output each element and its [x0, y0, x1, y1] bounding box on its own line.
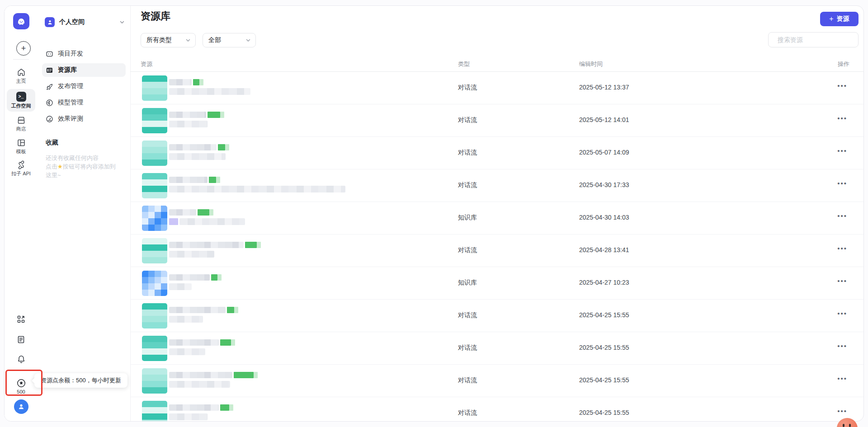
filter-value: 全部 [208, 36, 221, 44]
column-header-actions: 操作 [838, 60, 849, 68]
chatflow-icon [142, 108, 167, 133]
table-row[interactable]: 对话流2025-04-25 15:55••• [130, 300, 863, 332]
rail-item-label: 模板 [16, 149, 26, 154]
row-actions-button[interactable]: ••• [837, 179, 847, 187]
rail-item-home[interactable]: 主页 [5, 68, 38, 84]
rail-item-coze-api[interactable]: 扣子 API [5, 160, 38, 176]
edit-time: 2025-04-27 10:23 [579, 279, 629, 286]
resource-type: 对话流 [458, 181, 477, 189]
table-row[interactable]: 对话流2025-04-28 13:41••• [130, 235, 863, 267]
resource-name-redacted [169, 112, 224, 118]
sidebar-item-project-dev[interactable]: 项目开发 [42, 47, 126, 61]
scope-filter-dropdown[interactable]: 全部 [203, 33, 256, 47]
knowledge-icon [142, 271, 167, 296]
row-actions-button[interactable]: ••• [837, 407, 847, 415]
sidebar-item-label: 模型管理 [58, 99, 83, 107]
table-row[interactable]: 知识库2025-04-30 14:03••• [130, 202, 863, 235]
table-row[interactable]: 对话流2025-05-12 13:37••• [130, 72, 863, 104]
rail-item-template[interactable]: 模板 [5, 138, 38, 154]
rail-item-label: 扣子 API [11, 171, 31, 176]
person-icon [18, 403, 25, 410]
coze-logo-icon[interactable] [13, 13, 29, 29]
rail-item-workspace[interactable]: >_ 工作空间 [7, 89, 35, 112]
table-row[interactable]: 知识库2025-04-27 10:23••• [130, 267, 863, 300]
resource-type: 对话流 [458, 409, 477, 417]
status-badge [211, 274, 217, 281]
star-icon: ★ [57, 163, 63, 170]
workspace-switcher[interactable]: 个人空间 [45, 15, 125, 29]
edit-time: 2025-05-12 14:01 [579, 116, 629, 123]
chatflow-icon [142, 401, 167, 421]
robot-icon [46, 50, 53, 58]
resource-name-redacted [169, 209, 213, 216]
row-actions-button[interactable]: ••• [837, 212, 847, 220]
resource-name-redacted [169, 372, 258, 378]
user-avatar[interactable] [14, 399, 28, 414]
sidebar-item-resource-library[interactable]: 资源库 [42, 63, 126, 77]
resource-name-redacted [169, 274, 222, 281]
resource-type: 对话流 [458, 246, 477, 254]
status-badge [220, 404, 229, 411]
sidebar-item-publish-mgmt[interactable]: 发布管理 [42, 80, 126, 93]
resource-subtitle-redacted [169, 88, 250, 95]
resource-subtitle-redacted [169, 153, 226, 160]
resource-name-redacted [169, 242, 261, 248]
workspace-sidebar: 个人空间 项目开发 资源库 发布管理 模型管理 效果评测 收藏 还没有收藏任何内… [38, 6, 131, 421]
add-resource-button[interactable]: + 资源 [820, 12, 859, 26]
search-input[interactable] [777, 36, 860, 44]
home-icon [17, 68, 26, 77]
chevron-down-icon [185, 38, 191, 43]
chatflow-icon [142, 238, 167, 263]
type-filter-dropdown[interactable]: 所有类型 [141, 33, 196, 47]
resource-name-redacted [169, 339, 235, 346]
table-row[interactable]: 对话流2025-05-12 14:01••• [130, 104, 863, 137]
row-actions-button[interactable]: ••• [837, 375, 847, 382]
quick-access-button[interactable] [5, 315, 38, 324]
table-row[interactable]: 对话流2025-04-25 15:55••• [130, 397, 863, 421]
workspace-icon: >_ [16, 92, 26, 102]
row-actions-button[interactable]: ••• [837, 114, 847, 122]
left-rail: + 主页 >_ 工作空间 商店 模板 扣子 API [5, 6, 38, 421]
row-actions-button[interactable]: ••• [837, 277, 847, 285]
sidebar-item-model-mgmt[interactable]: 模型管理 [42, 96, 126, 109]
edit-time: 2025-04-25 15:55 [579, 344, 629, 351]
status-badge [198, 209, 209, 216]
grid-arrow-icon [17, 315, 25, 324]
rocket-icon [46, 83, 53, 90]
row-actions-button[interactable]: ••• [837, 147, 847, 155]
row-actions-button[interactable]: ••• [837, 342, 847, 350]
column-header-resource: 资源 [141, 60, 152, 68]
rail-item-store[interactable]: 商店 [5, 116, 38, 131]
resource-type: 对话流 [458, 344, 477, 352]
annotation-highlight-box [5, 370, 42, 396]
table-row[interactable]: 对话流2025-04-30 17:33••• [130, 169, 863, 202]
edit-time: 2025-04-28 13:41 [579, 246, 629, 253]
row-actions-button[interactable]: ••• [837, 82, 847, 89]
resource-type: 知识库 [458, 214, 477, 222]
table-row[interactable]: 对话流2025-04-25 15:55••• [130, 365, 863, 397]
status-badge [245, 242, 257, 248]
table-row[interactable]: 对话流2025-05-07 14:09••• [130, 137, 863, 169]
knowledge-icon [142, 206, 167, 231]
search-box[interactable] [768, 32, 859, 47]
filter-value: 所有类型 [146, 36, 172, 44]
table-row[interactable]: 对话流2025-04-25 15:55••• [130, 332, 863, 365]
notifications-button[interactable] [5, 355, 38, 364]
docs-button[interactable] [5, 335, 38, 344]
rail-item-label: 主页 [16, 78, 26, 84]
api-plug-icon [17, 160, 26, 169]
chevron-down-icon [245, 38, 251, 43]
row-actions-button[interactable]: ••• [837, 244, 847, 252]
rail-item-label: 商店 [16, 126, 26, 131]
resource-name-redacted [169, 79, 203, 85]
page-title: 资源库 [141, 9, 170, 23]
sidebar-item-evaluation[interactable]: 效果评测 [42, 112, 126, 126]
resource-type: 对话流 [458, 84, 477, 92]
plus-icon: + [829, 15, 833, 23]
workspace-name: 个人空间 [59, 18, 115, 26]
status-badge [227, 307, 234, 313]
create-new-button[interactable]: + [16, 41, 31, 56]
status-badge [209, 177, 216, 183]
resource-subtitle-redacted [169, 218, 245, 225]
row-actions-button[interactable]: ••• [837, 310, 847, 317]
